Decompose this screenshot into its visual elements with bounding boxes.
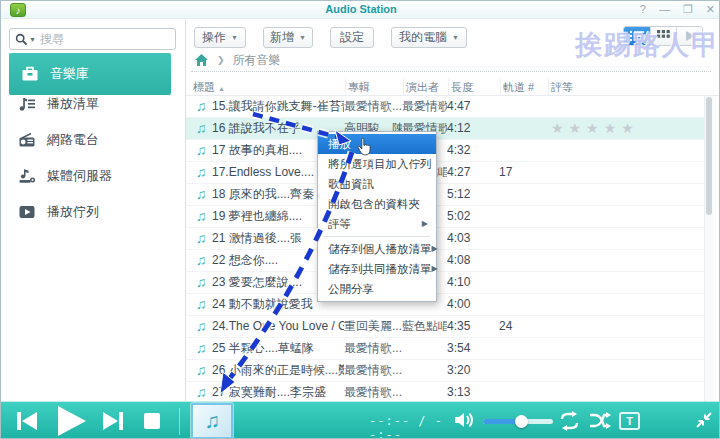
breadcrumb-separator: ❯ [217,55,225,65]
table-row[interactable]: ♫25 半顆心....草蜢隊最愛情歌...3:54 [186,338,704,360]
table-row[interactable]: ♫19 夢裡也纏綿....5:02 [186,206,704,228]
time-display: --:-- / --:-- [369,414,455,439]
media-server-icon [18,167,36,185]
column-header[interactable]: 標題▲ [191,79,346,95]
table-row[interactable]: ♫26 小雨來的正是時候....鄭怡最愛情歌...3:20 [186,360,704,382]
song-length: 3:20 [447,360,499,381]
divider [179,408,180,435]
menu-item-label: 將所選項目加入佇列 [328,154,432,174]
song-track [499,250,547,271]
column-header[interactable]: 軌道 # [501,79,549,95]
menu-item-label: 開啟包含的資料夾 [328,194,420,214]
search-icon [15,33,28,46]
help-button[interactable]: ? [640,2,646,17]
stop-icon[interactable] [142,411,162,431]
search-box[interactable]: ▼ [9,28,176,50]
play-icon[interactable] [53,404,89,438]
table-row[interactable]: ♫16 誰說我不在乎高明駿、陳...最愛情歌4:12★★★★★ [186,118,704,140]
menu-item-rating[interactable]: 評等▶ [318,214,436,234]
table-row[interactable]: ♫17 故事的真相....4:32 [186,140,704,162]
song-rating-stars [547,206,704,227]
table-row[interactable]: ♫21 激情過後....張4:03 [186,228,704,250]
column-header[interactable]: 長度 [449,79,501,95]
radio-icon [18,131,36,149]
maximize-button[interactable]: ❐ [683,2,693,17]
player-bar: ♫ --:-- / --:-- T [1,401,720,439]
menu-item-save-to-shared-playlist[interactable]: 儲存到共同播放清單▶ [318,259,436,279]
music-note-icon: ♫ [190,338,212,359]
menu-item-label: 評等 [328,214,351,234]
settings-button[interactable]: 設定 [330,27,374,48]
collapse-icon[interactable] [695,411,713,433]
music-note-icon: ♫ [190,272,212,293]
table-row[interactable]: ♫15.讓我請你跳支舞-崔苔菁最愛情歌...最愛情歌...4:47 [186,96,704,118]
music-note-icon: ♫ [190,294,212,315]
action-button[interactable]: 操作▼ [194,27,246,48]
sidebar-item-label: 播放佇列 [47,203,99,221]
search-input[interactable] [40,32,170,46]
song-artist: 藍色點唱... [402,316,447,337]
divider [191,71,711,72]
scrollbar-track[interactable] [704,96,713,401]
sidebar-item-play-queue[interactable]: 播放佇列 [1,197,186,227]
song-title: 26 小雨來的正是時候....鄭怡 [212,360,344,381]
song-rating-stars [547,228,704,249]
table-row[interactable]: ♫24.The One You Love / Glen重回美麗...藍色點唱..… [186,316,704,338]
table-row[interactable]: ♫27 寂寞難耐....李宗盛最愛情歌...3:13 [186,382,704,401]
column-header[interactable]: 演出者 [404,79,449,95]
table-row[interactable]: ♫18 原來的我....齊秦5:12 [186,184,704,206]
menu-item-open-containing-folder[interactable]: 開啟包含的資料夾 [318,194,436,214]
search-scope-caret-icon[interactable]: ▼ [29,36,36,43]
song-rating-stars [547,184,704,205]
minimize-button[interactable]: — [659,2,670,17]
volume-icon[interactable] [453,410,476,434]
song-track [499,96,547,117]
lyrics-icon[interactable]: T [619,412,640,430]
breadcrumb: ❯ 所有音樂 [194,52,281,68]
song-rating-stars [547,338,704,359]
menu-item-save-to-personal-playlist[interactable]: 儲存到個人播放清單▶ [318,239,436,259]
song-track [499,294,547,315]
table-body: ♫15.讓我請你跳支舞-崔苔菁最愛情歌...最愛情歌...4:47♫16 誰說我… [186,96,704,401]
table-row[interactable]: ♫24 動不動就說愛我4:00 [186,294,704,316]
sidebar-item-internet-radio[interactable]: 網路電台 [1,125,186,155]
menu-item-play[interactable]: 播放 [318,134,436,154]
song-length: 3:54 [447,338,499,359]
menu-item-label: 儲存到共同播放清單 [328,259,432,279]
next-icon[interactable] [101,410,125,432]
column-header[interactable]: 評等 [549,79,720,95]
sidebar-item-playlist[interactable]: 播放清單 [1,89,186,119]
close-button[interactable]: ✕ [706,2,715,17]
menu-item-song-info[interactable]: 歌曲資訊 [318,174,436,194]
song-rating-stars [547,96,704,117]
menu-item-label: 播放 [328,134,351,154]
sidebar-item-label: 音樂庫 [50,65,89,83]
volume-slider[interactable] [483,419,553,424]
shuffle-icon[interactable] [588,410,613,432]
menu-item-add-selected-to-queue[interactable]: 將所選項目加入佇列 [318,154,436,174]
sidebar-item-label: 網路電台 [47,131,99,149]
repeat-icon[interactable] [557,410,582,432]
song-album: 重回美麗... [344,316,402,337]
menu-item-public-share[interactable]: 公開分享 [318,279,436,299]
my-computer-button[interactable]: 我的電腦▼ [391,27,467,48]
audio-station-window: ♪ Audio Station ?—❐✕ ▼ 音樂庫播放清單網路電台媒體伺服器播… [0,0,720,439]
sidebar-item-media-server[interactable]: 媒體伺服器 [1,161,186,191]
song-length: 4:32 [447,140,499,161]
table-row[interactable]: ♫22 想念你.......慶4:08 [186,250,704,272]
music-note-icon: ♫ [190,382,212,401]
previous-icon[interactable] [15,410,39,432]
home-icon[interactable] [194,53,209,67]
watermark-text: 挨踢路人甲 [575,27,720,63]
breadcrumb-item[interactable]: 所有音樂 [233,52,281,69]
music-note-icon: ♫ [190,250,212,271]
table-row[interactable]: ♫17.Endless Love....藍色點唱...4:2717 [186,162,704,184]
table-row[interactable]: ♫23 愛要怎麼說....4:10 [186,272,704,294]
menu-separator [324,236,430,237]
add-button[interactable]: 新增▼ [263,27,313,48]
song-rating-stars [547,360,704,381]
album-art-button[interactable]: ♫ [191,403,233,439]
volume-thumb[interactable] [515,415,528,428]
scrollbar-thumb[interactable] [706,97,712,215]
column-header[interactable]: 專輯 [346,79,404,95]
